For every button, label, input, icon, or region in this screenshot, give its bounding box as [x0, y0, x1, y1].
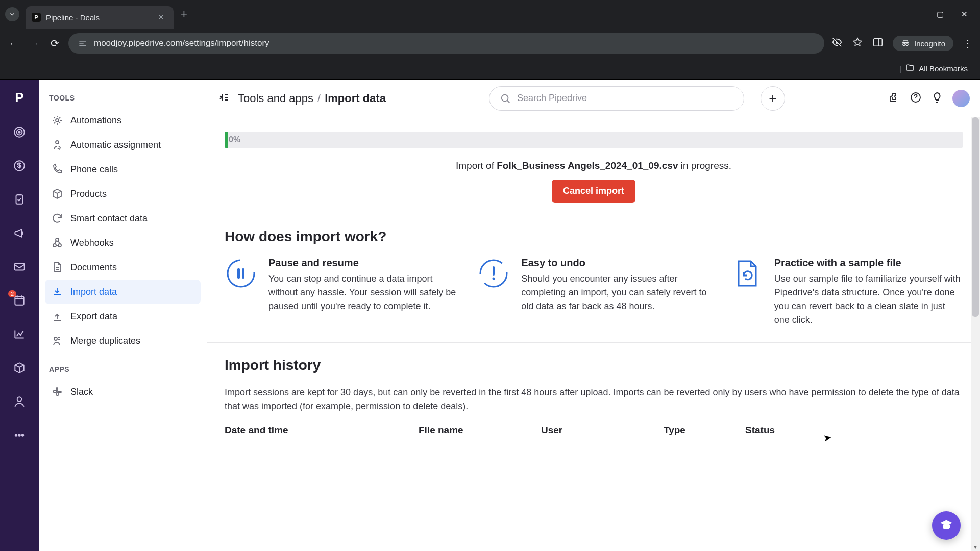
target-icon — [13, 126, 26, 139]
rail-item-more[interactable] — [12, 428, 27, 442]
app-logo[interactable]: P — [15, 90, 23, 106]
dollar-icon — [13, 159, 26, 172]
sidebar-item-documents[interactable]: Documents — [45, 255, 201, 280]
scroll-down-icon[interactable]: ▼ — [971, 544, 980, 550]
sidebar-item-label: Import data — [70, 287, 117, 297]
feature-body: Should you encounter any issues after co… — [521, 272, 709, 313]
maximize-icon[interactable]: ▢ — [937, 10, 944, 19]
help-button[interactable] — [910, 91, 922, 106]
svg-rect-0 — [874, 39, 883, 46]
puzzle-icon — [888, 91, 900, 104]
scrollbar[interactable]: ▲ ▼ — [971, 117, 980, 551]
how-it-works-heading: How does import work? — [225, 229, 963, 245]
tips-button[interactable] — [931, 91, 943, 106]
sidebar-item-products[interactable]: Products — [45, 182, 201, 206]
quick-add-button[interactable] — [761, 86, 785, 111]
rail-item-contacts[interactable] — [12, 394, 27, 409]
close-icon[interactable]: ✕ — [158, 13, 164, 22]
rail-item-activities[interactable]: 2 — [12, 293, 27, 308]
marketplace-button[interactable] — [888, 91, 900, 106]
sidebar-item-automatic-assignment[interactable]: Automatic assignment — [45, 133, 201, 157]
progress-fill — [225, 132, 228, 148]
search-input[interactable]: Search Pipedrive — [489, 86, 744, 111]
sidebar-item-webhooks[interactable]: Webhooks — [45, 231, 201, 255]
reload-button[interactable]: ⟳ — [48, 37, 61, 49]
back-button[interactable]: ← — [7, 38, 20, 49]
rail-item-mail[interactable] — [12, 260, 27, 274]
sidebar-item-merge-duplicates[interactable]: Merge duplicates — [45, 329, 201, 353]
sidebar-item-label: Automations — [70, 115, 121, 126]
megaphone-icon — [13, 227, 26, 240]
site-settings-icon[interactable] — [78, 38, 88, 48]
feature-sample-file: Practice with a sample file Use our samp… — [730, 257, 963, 327]
feature-easy-undo: Easy to undo Should you encounter any is… — [477, 257, 709, 327]
kebab-icon[interactable]: ⋮ — [963, 37, 973, 49]
progress-percent: 0% — [229, 132, 240, 148]
star-icon[interactable] — [852, 37, 863, 50]
address-bar[interactable]: moodjoy.pipedrive.com/settings/import/hi… — [68, 33, 824, 54]
svg-point-5 — [18, 131, 20, 133]
download-icon — [51, 286, 63, 298]
avatar[interactable] — [952, 90, 970, 107]
undo-circle-icon — [477, 257, 510, 290]
close-window-icon[interactable]: ✕ — [961, 10, 968, 19]
sidebar-toggle[interactable] — [217, 91, 230, 106]
refresh-icon — [51, 212, 63, 224]
graduation-cap-icon — [939, 518, 953, 533]
svg-point-15 — [56, 141, 59, 144]
svg-point-24 — [502, 94, 508, 101]
svg-point-2 — [906, 43, 909, 46]
sidebar-item-label: Export data — [70, 311, 117, 322]
svg-point-13 — [22, 434, 23, 436]
breadcrumb-parent[interactable]: Tools and apps — [238, 92, 313, 105]
clipboard-check-icon — [13, 193, 26, 206]
automation-icon — [51, 114, 63, 127]
incognito-chip[interactable]: Incognito — [893, 36, 953, 51]
cancel-import-button[interactable]: Cancel import — [552, 180, 635, 203]
rail-badge: 2 — [8, 290, 16, 297]
main-panel: Tools and apps / Import data Search Pipe… — [207, 80, 980, 551]
rail-item-insights[interactable] — [12, 327, 27, 341]
pause-circle-icon — [225, 257, 257, 290]
new-tab-button[interactable]: + — [181, 8, 187, 21]
rail-item-projects[interactable] — [12, 192, 27, 207]
tab-search-button[interactable] — [5, 7, 19, 21]
sidebar-item-automations[interactable]: Automations — [45, 108, 201, 133]
svg-point-19 — [54, 337, 57, 340]
sidebar-item-export-data[interactable]: Export data — [45, 304, 201, 329]
eye-off-icon[interactable] — [831, 37, 843, 50]
col-type: Type — [664, 424, 725, 436]
section-divider — [207, 214, 980, 214]
sidebar-item-import-data[interactable]: Import data — [45, 280, 201, 304]
features-row: Pause and resume You can stop and contin… — [225, 257, 963, 327]
forward-button[interactable]: → — [28, 38, 41, 49]
status-prefix: Import of — [456, 160, 497, 171]
minimize-icon[interactable]: — — [912, 10, 919, 19]
rail-item-campaigns[interactable] — [12, 226, 27, 240]
scroll-thumb[interactable] — [972, 117, 979, 317]
tab-title: Pipeline - Deals — [46, 13, 100, 22]
sidebar-item-phone-calls[interactable]: Phone calls — [45, 157, 201, 182]
content-scroll[interactable]: ▲ ▼ 0% Import of Folk_Business Angels_20… — [207, 117, 980, 551]
import-progress-bar: 0% — [225, 132, 963, 148]
slack-icon — [51, 386, 63, 398]
help-icon — [910, 91, 922, 104]
sidebar-item-smart-contact-data[interactable]: Smart contact data — [45, 206, 201, 231]
section-divider — [207, 342, 980, 343]
sidebar-item-label: Slack — [70, 387, 93, 397]
browser-toolbar: ← → ⟳ moodjoy.pipedrive.com/settings/imp… — [0, 29, 980, 58]
help-fab[interactable] — [932, 511, 961, 540]
rail-item-products[interactable] — [12, 361, 27, 375]
panel-icon[interactable] — [872, 37, 884, 50]
all-bookmarks-link[interactable]: All Bookmarks — [919, 64, 968, 73]
svg-point-11 — [15, 434, 17, 436]
feature-body: You can stop and continue a data import … — [268, 272, 457, 313]
rail-item-leads[interactable] — [12, 125, 27, 139]
browser-tab[interactable]: P Pipeline - Deals ✕ — [26, 6, 174, 29]
sidebar-item-label: Documents — [70, 262, 117, 273]
box-icon — [13, 361, 26, 374]
sidebar-item-slack[interactable]: Slack — [45, 380, 201, 404]
import-history-subtext: Import sessions are kept for 30 days, bu… — [225, 386, 963, 413]
document-icon — [51, 261, 63, 273]
rail-item-deals[interactable] — [12, 159, 27, 173]
